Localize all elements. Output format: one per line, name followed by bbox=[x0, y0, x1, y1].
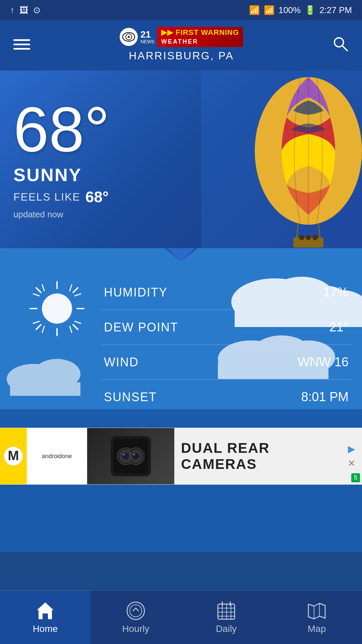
svg-line-4 bbox=[342, 45, 347, 50]
wind-value: WNW 16 bbox=[298, 355, 349, 369]
svg-point-60 bbox=[130, 605, 142, 617]
content-spacer bbox=[0, 485, 362, 552]
upload-icon: ↑ bbox=[10, 5, 14, 15]
ad-camera-image bbox=[87, 428, 174, 485]
brand-name: androidone bbox=[42, 453, 72, 460]
svg-text:M: M bbox=[8, 448, 19, 463]
svg-rect-13 bbox=[0, 248, 362, 262]
news-label: NEWS bbox=[140, 39, 155, 44]
hourly-icon bbox=[126, 601, 146, 621]
svg-line-35 bbox=[36, 325, 41, 329]
sunset-row: SUNSET 8:01 PM bbox=[101, 380, 352, 414]
svg-line-43 bbox=[33, 294, 39, 296]
dewpoint-row: DEW POINT 21° bbox=[101, 310, 352, 345]
status-bar: ↑ 🖼 ⊙ 📶 📶 100% 🔋 2:27 PM bbox=[0, 0, 362, 20]
svg-line-40 bbox=[70, 326, 72, 332]
sunset-label: SUNSET bbox=[104, 390, 157, 404]
daily-label: Daily bbox=[216, 624, 237, 634]
hamburger-line bbox=[13, 44, 30, 45]
dewpoint-value: 21° bbox=[329, 320, 349, 334]
motorola-logo: M bbox=[0, 428, 27, 485]
hourly-label: Hourly bbox=[122, 624, 149, 634]
cbs-logo bbox=[120, 28, 138, 46]
signal-icon: 📶 bbox=[264, 5, 275, 15]
feels-like-temp: 68° bbox=[85, 188, 109, 206]
warning-badge: ▶▶ FIRST WARNING WEATHER bbox=[157, 27, 243, 47]
svg-line-34 bbox=[73, 288, 78, 292]
svg-point-2 bbox=[128, 36, 130, 38]
svg-point-12 bbox=[312, 235, 318, 240]
condition-block: SUNNY FEELS LIKE 68° updated now bbox=[13, 164, 110, 220]
hamburger-line bbox=[13, 39, 30, 41]
battery-icon: 🔋 bbox=[305, 5, 315, 15]
map-icon bbox=[307, 601, 327, 621]
humidity-row: HUMIDITY 17% bbox=[101, 275, 352, 310]
sunset-value: 8:01 PM bbox=[301, 390, 349, 404]
feels-like-row: FEELS LIKE 68° bbox=[13, 188, 110, 206]
dewpoint-label: DEW POINT bbox=[104, 320, 178, 334]
feels-like-label: FEELS LIKE bbox=[13, 191, 80, 203]
svg-line-33 bbox=[73, 325, 78, 329]
svg-point-55 bbox=[123, 453, 125, 455]
ad-banner[interactable]: M androidone DUAL RE bbox=[0, 428, 362, 485]
search-button[interactable] bbox=[329, 33, 352, 57]
svg-point-56 bbox=[133, 453, 135, 455]
hamburger-line bbox=[13, 48, 30, 50]
humidity-label: HUMIDITY bbox=[104, 285, 168, 300]
svg-point-11 bbox=[306, 235, 311, 240]
ad-headline: DUAL REAR CAMERAS bbox=[181, 440, 341, 472]
image-icon: 🖼 bbox=[19, 5, 28, 15]
ad-controls[interactable]: ▶ ✕ bbox=[348, 443, 362, 469]
battery-text: 100% bbox=[279, 5, 301, 15]
ad-left-content: M androidone DUAL RE bbox=[0, 428, 348, 485]
svg-line-39 bbox=[75, 321, 81, 323]
channel-number: 21 bbox=[140, 30, 155, 39]
ad-play-button[interactable]: ▶ bbox=[348, 443, 355, 454]
svg-line-38 bbox=[75, 294, 81, 296]
svg-rect-58 bbox=[43, 613, 48, 619]
daily-icon bbox=[216, 601, 236, 621]
city-name: HARRISBURG, PA bbox=[129, 50, 234, 62]
channel-text: 21 NEWS bbox=[140, 30, 155, 44]
time-display: 2:27 PM bbox=[319, 5, 352, 15]
app-header: 21 NEWS ▶▶ FIRST WARNING WEATHER HARRISB… bbox=[0, 20, 362, 70]
nav-daily[interactable]: Daily bbox=[181, 591, 272, 644]
svg-point-44 bbox=[42, 293, 72, 324]
svg-line-37 bbox=[70, 285, 72, 291]
svg-line-36 bbox=[42, 285, 44, 291]
logo-badge: 21 NEWS ▶▶ FIRST WARNING WEATHER bbox=[120, 27, 243, 47]
weather-details-section: HUMIDITY 17% DEW POINT 21° WIND WNW 16 S… bbox=[0, 262, 362, 428]
home-icon bbox=[35, 601, 55, 621]
svg-point-10 bbox=[299, 235, 304, 240]
weather-info-block: 68° SUNNY FEELS LIKE 68° updated now bbox=[13, 97, 110, 220]
ad-brand-text: androidone bbox=[27, 428, 87, 485]
wind-row: WIND WNW 16 bbox=[101, 345, 352, 380]
ad-fi-badge: fi bbox=[351, 473, 360, 482]
status-left-icons: ↑ 🖼 ⊙ bbox=[10, 5, 41, 15]
map-label: Map bbox=[308, 624, 326, 634]
hamburger-button[interactable] bbox=[10, 36, 34, 53]
weather-hero: 68° SUNNY FEELS LIKE 68° updated now bbox=[0, 70, 362, 248]
nav-hourly[interactable]: Hourly bbox=[90, 591, 181, 644]
wifi-icon: 📶 bbox=[249, 5, 260, 15]
logo-area: 21 NEWS ▶▶ FIRST WARNING WEATHER HARRISB… bbox=[34, 27, 329, 62]
chevron-divider bbox=[0, 248, 362, 262]
home-label: Home bbox=[33, 624, 58, 634]
humidity-value: 17% bbox=[323, 285, 349, 300]
search-icon bbox=[333, 36, 349, 52]
balloon-image bbox=[201, 70, 362, 248]
svg-rect-27 bbox=[10, 382, 80, 396]
ad-close-button[interactable]: ✕ bbox=[348, 458, 355, 469]
nav-map[interactable]: Map bbox=[272, 591, 362, 644]
updated-text: updated now bbox=[13, 209, 110, 220]
nav-home[interactable]: Home bbox=[0, 591, 90, 644]
svg-line-41 bbox=[42, 326, 44, 332]
status-right-icons: 📶 📶 100% 🔋 2:27 PM bbox=[249, 5, 352, 15]
bottom-navigation: Home Hourly Daily Map bbox=[0, 590, 362, 644]
sun-icon bbox=[27, 278, 87, 340]
wind-label: WIND bbox=[104, 355, 139, 369]
temperature-display: 68° bbox=[13, 97, 110, 161]
weather-details-table: HUMIDITY 17% DEW POINT 21° WIND WNW 16 S… bbox=[101, 275, 352, 414]
condition-text: SUNNY bbox=[13, 164, 110, 185]
svg-line-42 bbox=[33, 321, 39, 323]
